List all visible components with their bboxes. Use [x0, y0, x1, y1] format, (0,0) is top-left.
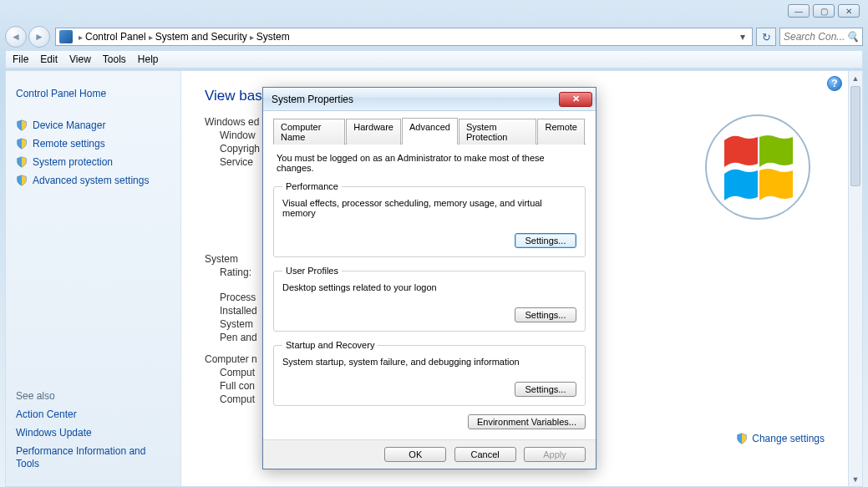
menu-file[interactable]: File	[13, 53, 28, 65]
user-profiles-legend: User Profiles	[282, 266, 342, 276]
user-profiles-group: User Profiles Desktop settings related t…	[273, 266, 586, 332]
breadcrumb-dropdown[interactable]: ▾	[737, 31, 749, 43]
user-profiles-settings-button[interactable]: Settings...	[515, 307, 576, 322]
dialog-footer: OK Cancel Apply	[263, 439, 596, 469]
startup-recovery-group: Startup and Recovery System startup, sys…	[273, 340, 586, 406]
performance-text: Visual effects, processor scheduling, me…	[282, 198, 576, 218]
tab-system-protection[interactable]: System Protection	[459, 119, 537, 145]
environment-variables-button[interactable]: Environment Variables...	[468, 414, 586, 429]
scroll-up-arrow[interactable]: ▲	[849, 71, 862, 85]
forward-button[interactable]: ►	[28, 26, 50, 48]
scroll-thumb[interactable]	[850, 86, 860, 186]
change-settings-link[interactable]: Change settings	[736, 433, 825, 444]
scrollbar[interactable]: ▲ ▼	[848, 71, 862, 486]
sidebar-action-center[interactable]: Action Center	[14, 405, 172, 424]
performance-legend: Performance	[282, 181, 342, 191]
sidebar-item-label: System protection	[33, 156, 113, 168]
breadcrumb-item[interactable]: System and Security	[155, 31, 247, 43]
navigation-bar: ◄ ► ▸ Control Panel ▸ System and Securit…	[0, 25, 868, 48]
shield-icon	[736, 433, 748, 444]
breadcrumb-item[interactable]: System	[256, 31, 290, 43]
window-close-button[interactable]: ✕	[838, 4, 860, 18]
admin-note: You must be logged on as an Administrato…	[277, 153, 582, 173]
sidebar-item-label: Device Manager	[33, 119, 105, 131]
change-settings-label: Change settings	[752, 433, 825, 444]
windows-logo-icon	[703, 113, 812, 221]
shield-icon	[16, 119, 28, 131]
computer-icon	[59, 30, 73, 43]
chevron-right-icon: ▸	[149, 33, 153, 42]
system-properties-dialog: System Properties ✕ Computer Name Hardwa…	[262, 87, 596, 469]
refresh-icon: ↻	[762, 31, 771, 43]
cancel-button[interactable]: Cancel	[454, 447, 516, 462]
shield-icon	[16, 175, 28, 186]
performance-settings-button[interactable]: Settings...	[515, 233, 576, 248]
startup-recovery-text: System startup, system failure, and debu…	[282, 357, 576, 367]
shield-icon	[16, 156, 28, 168]
arrow-right-icon: ►	[34, 31, 44, 43]
ok-button[interactable]: OK	[384, 447, 446, 462]
user-profiles-text: Desktop settings related to your logon	[282, 282, 576, 292]
apply-button[interactable]: Apply	[524, 447, 586, 462]
search-icon: 🔍	[846, 31, 859, 43]
search-placeholder: Search Con...	[784, 31, 845, 43]
sidebar: Control Panel Home Device Manager Remote…	[6, 71, 181, 486]
scroll-down-arrow[interactable]: ▼	[849, 472, 862, 486]
refresh-button[interactable]: ↻	[756, 28, 776, 46]
tab-remote[interactable]: Remote	[537, 119, 585, 145]
menu-tools[interactable]: Tools	[103, 53, 126, 65]
svg-point-0	[706, 115, 810, 219]
menu-edit[interactable]: Edit	[40, 53, 58, 65]
sidebar-item-label: Remote settings	[33, 138, 105, 150]
minimize-button[interactable]: —	[788, 4, 810, 18]
shield-icon	[16, 138, 28, 150]
control-panel-home-link[interactable]: Control Panel Home	[14, 84, 172, 103]
tab-hardware[interactable]: Hardware	[346, 119, 401, 145]
sidebar-remote-settings[interactable]: Remote settings	[14, 134, 172, 153]
tab-computer-name[interactable]: Computer Name	[273, 119, 345, 145]
startup-recovery-legend: Startup and Recovery	[282, 340, 378, 350]
close-icon: ✕	[572, 94, 580, 104]
back-button[interactable]: ◄	[5, 26, 27, 48]
performance-group: Performance Visual effects, processor sc…	[273, 181, 586, 257]
dialog-titlebar[interactable]: System Properties ✕	[263, 88, 596, 111]
breadcrumb[interactable]: ▸ Control Panel ▸ System and Security ▸ …	[55, 28, 753, 46]
dialog-close-button[interactable]: ✕	[559, 92, 592, 107]
tab-strip: Computer Name Hardware Advanced System P…	[273, 118, 586, 145]
sidebar-advanced-settings[interactable]: Advanced system settings	[14, 171, 172, 190]
sidebar-system-protection[interactable]: System protection	[14, 153, 172, 171]
search-input[interactable]: Search Con... 🔍	[779, 28, 863, 46]
see-also-header: See also	[14, 387, 172, 405]
help-icon[interactable]: ?	[827, 76, 842, 91]
menu-view[interactable]: View	[69, 53, 91, 65]
startup-recovery-settings-button[interactable]: Settings...	[515, 382, 576, 397]
menu-help[interactable]: Help	[138, 53, 159, 65]
chevron-right-icon: ▸	[250, 33, 254, 42]
arrow-left-icon: ◄	[11, 31, 21, 43]
dialog-title: System Properties	[272, 94, 353, 105]
chevron-right-icon: ▸	[79, 33, 83, 42]
tab-advanced[interactable]: Advanced	[402, 118, 458, 145]
menu-bar: File Edit View Tools Help	[5, 50, 863, 68]
sidebar-perf-info[interactable]: Performance Information and Tools	[14, 442, 172, 473]
breadcrumb-item[interactable]: Control Panel	[85, 31, 146, 43]
sidebar-item-label: Advanced system settings	[33, 175, 149, 186]
sidebar-windows-update[interactable]: Windows Update	[14, 424, 172, 442]
maximize-button[interactable]: ▢	[813, 4, 835, 18]
sidebar-device-manager[interactable]: Device Manager	[14, 116, 172, 134]
